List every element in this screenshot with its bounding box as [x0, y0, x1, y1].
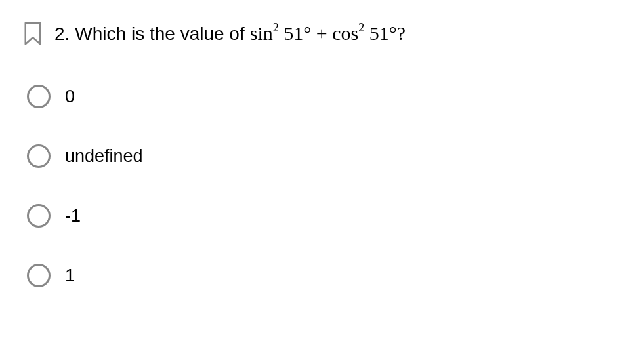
- option-1[interactable]: undefined: [27, 144, 607, 168]
- options-list: 0 undefined -1 1: [23, 85, 607, 287]
- radio-icon: [27, 85, 51, 108]
- option-3[interactable]: 1: [27, 264, 607, 287]
- radio-icon: [27, 144, 51, 168]
- question-row: 2. Which is the value of sin2 51° + cos2…: [23, 20, 607, 49]
- radio-icon: [27, 204, 51, 228]
- bookmark-button[interactable]: [23, 20, 43, 49]
- bookmark-icon: [23, 21, 43, 46]
- option-label: 0: [65, 87, 75, 107]
- option-2[interactable]: -1: [27, 204, 607, 228]
- option-0[interactable]: 0: [27, 85, 607, 108]
- option-label: -1: [65, 206, 81, 226]
- question-text: 2. Which is the value of sin2 51° + cos2…: [54, 20, 406, 47]
- question-math: sin2 51° + cos2 51°?: [250, 20, 406, 47]
- option-label: 1: [65, 266, 75, 286]
- question-number: 2.: [54, 21, 70, 47]
- option-label: undefined: [65, 146, 143, 167]
- radio-icon: [27, 264, 51, 287]
- question-stem: Which is the value of: [75, 21, 244, 47]
